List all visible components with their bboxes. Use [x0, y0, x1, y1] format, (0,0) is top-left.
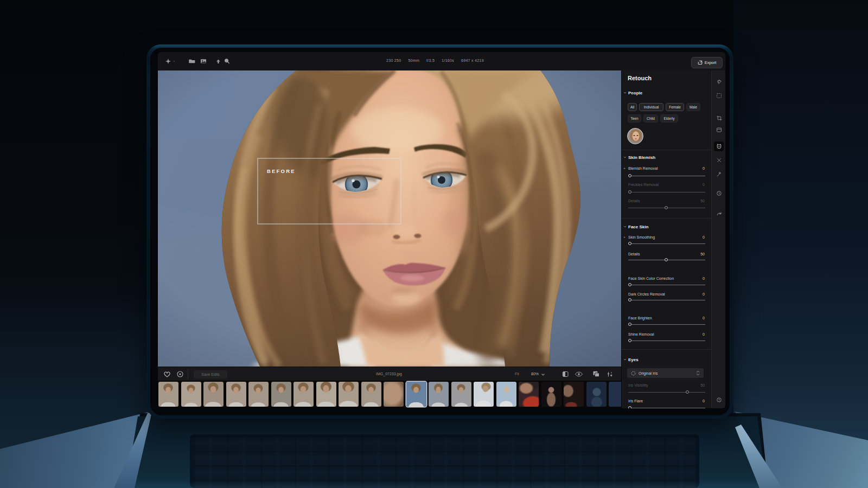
- svg-text:BEFORE: BEFORE: [267, 168, 296, 174]
